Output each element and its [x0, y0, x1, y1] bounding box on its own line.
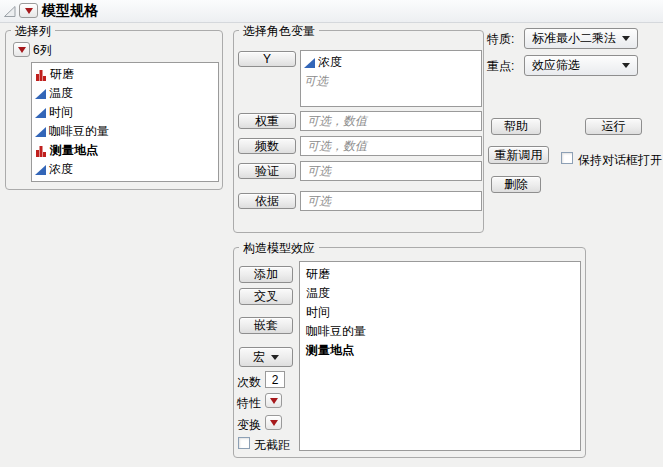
by-button-label: 依据 [255, 193, 279, 210]
red-triangle-icon [270, 420, 278, 426]
emphasis-label: 重点: [487, 58, 514, 75]
effects-list[interactable]: 研磨 温度 时间 咖啡豆的量 测量地点 [299, 261, 581, 451]
emphasis-value: 效应筛选 [532, 57, 580, 74]
list-item[interactable]: 研磨 [32, 65, 218, 84]
validation-placeholder: 可选 [307, 163, 331, 180]
dropdown-arrow-icon [271, 355, 279, 360]
effect-name: 时间 [306, 304, 330, 321]
validation-button[interactable]: 验证 [238, 163, 296, 179]
page-title: 模型规格 [42, 2, 98, 20]
weight-list[interactable]: 可选，数值 [300, 111, 482, 131]
transform-label: 变换 [237, 417, 261, 434]
column-name: 浓度 [49, 161, 73, 178]
list-item[interactable]: 时间 [300, 303, 580, 322]
effect-name: 研磨 [306, 266, 330, 283]
report-menu-button[interactable] [19, 3, 38, 18]
keep-dialog-open-checkbox[interactable] [561, 152, 573, 164]
add-button-label: 添加 [254, 266, 278, 283]
degree-label: 次数 [237, 374, 261, 391]
run-button[interactable]: 运行 [585, 118, 642, 135]
fit-model-dialog: 模型规格 选择列 6列 研磨 温度 时间 咖啡豆的量 [0, 0, 663, 467]
recall-button-label: 重新调用 [495, 147, 543, 164]
column-name: 浓度 [318, 54, 342, 71]
remove-button-label: 删除 [504, 176, 528, 193]
no-intercept-checkbox[interactable] [238, 437, 250, 449]
attributes-menu-button[interactable] [265, 393, 282, 408]
continuous-column-icon [35, 127, 46, 137]
y-button-label: Y [263, 52, 271, 66]
red-triangle-icon [270, 398, 278, 404]
help-button-label: 帮助 [504, 118, 528, 135]
list-item[interactable]: 浓度 [301, 53, 481, 72]
red-triangle-icon [25, 8, 33, 14]
effect-name: 咖啡豆的量 [306, 323, 366, 340]
macros-button-label: 宏 [253, 349, 265, 366]
select-columns-label: 选择列 [11, 23, 55, 40]
by-placeholder: 可选 [307, 193, 331, 210]
degree-input[interactable] [265, 371, 285, 388]
column-name: 测量地点 [50, 142, 98, 159]
list-item[interactable]: 温度 [32, 84, 218, 103]
by-button[interactable]: 依据 [238, 193, 296, 209]
cross-button[interactable]: 交叉 [239, 288, 293, 305]
freq-button[interactable]: 频数 [238, 138, 296, 154]
column-name: 咖啡豆的量 [49, 123, 109, 140]
list-item[interactable]: 研磨 [300, 265, 580, 284]
freq-placeholder: 可选，数值 [307, 138, 367, 155]
cross-button-label: 交叉 [254, 288, 278, 305]
attributes-label: 特性 [237, 395, 261, 412]
role-variables-label: 选择角色变量 [239, 23, 319, 40]
continuous-column-icon [35, 108, 46, 118]
nest-button-label: 嵌套 [254, 317, 278, 334]
weight-placeholder: 可选，数值 [307, 113, 367, 130]
validation-button-label: 验证 [255, 163, 279, 180]
effect-name: 温度 [306, 285, 330, 302]
personality-label: 特质: [487, 31, 514, 48]
columns-list[interactable]: 研磨 温度 时间 咖啡豆的量 测量地点 浓度 [31, 62, 219, 182]
run-button-label: 运行 [602, 118, 626, 135]
list-item[interactable]: 浓度 [32, 160, 218, 179]
transform-menu-button[interactable] [265, 415, 282, 430]
recall-button[interactable]: 重新调用 [488, 146, 549, 164]
add-button[interactable]: 添加 [239, 266, 293, 283]
list-item[interactable]: 测量地点 [32, 141, 218, 160]
y-list[interactable]: 浓度 可选 [300, 50, 482, 107]
continuous-column-icon [304, 58, 315, 68]
validation-list[interactable]: 可选 [300, 161, 482, 181]
freq-button-label: 频数 [255, 138, 279, 155]
role-variables-group: 选择角色变量 Y 浓度 可选 权重 可选，数值 频数 可选，数值 验证 [233, 30, 484, 233]
continuous-column-icon [35, 89, 46, 99]
columns-count-label: 6列 [33, 42, 52, 59]
personality-dropdown[interactable]: 标准最小二乘法 [524, 28, 638, 49]
nest-button[interactable]: 嵌套 [239, 317, 293, 334]
nominal-column-icon [35, 145, 47, 157]
y-button[interactable]: Y [238, 51, 296, 67]
help-button[interactable]: 帮助 [491, 118, 541, 135]
remove-button[interactable]: 删除 [491, 176, 541, 193]
list-item[interactable]: 温度 [300, 284, 580, 303]
red-triangle-icon [18, 47, 26, 53]
macros-button[interactable]: 宏 [239, 347, 293, 367]
list-item[interactable]: 咖啡豆的量 [300, 322, 580, 341]
report-title-bar: 模型规格 [0, 0, 663, 23]
model-effects-label: 构造模型效应 [239, 240, 319, 257]
disclosure-triangle-icon[interactable] [4, 6, 16, 17]
dropdown-arrow-icon [622, 63, 630, 68]
continuous-column-icon [35, 165, 46, 175]
freq-list[interactable]: 可选，数值 [300, 136, 482, 156]
no-intercept-label: 无截距 [254, 437, 290, 454]
by-list[interactable]: 可选 [300, 191, 482, 211]
weight-button-label: 权重 [255, 113, 279, 130]
model-effects-group: 构造模型效应 添加 交叉 嵌套 宏 次数 特性 变换 无截距 研磨 [233, 247, 586, 458]
list-item[interactable]: 时间 [32, 103, 218, 122]
emphasis-dropdown[interactable]: 效应筛选 [524, 55, 638, 76]
list-item[interactable]: 测量地点 [300, 341, 580, 360]
list-item[interactable]: 咖啡豆的量 [32, 122, 218, 141]
column-name: 时间 [49, 104, 73, 121]
column-name: 研磨 [50, 66, 74, 83]
effect-name: 测量地点 [306, 342, 354, 359]
keep-dialog-open-label: 保持对话框打开 [578, 152, 662, 169]
columns-menu-button[interactable] [13, 42, 30, 57]
select-columns-group: 选择列 6列 研磨 温度 时间 咖啡豆的量 测量地点 [5, 30, 223, 190]
weight-button[interactable]: 权重 [238, 113, 296, 129]
